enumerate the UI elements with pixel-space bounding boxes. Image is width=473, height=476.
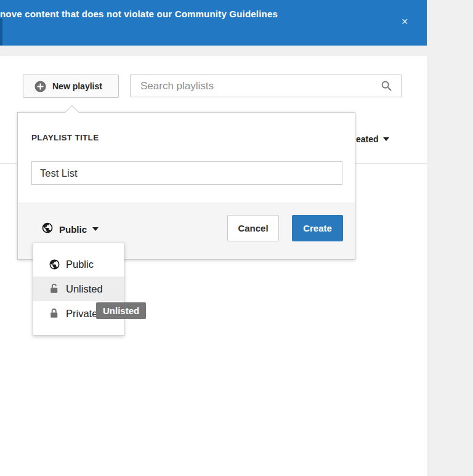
playlist-title-label: PLAYLIST TITLE [31,133,99,142]
create-button[interactable]: Create [292,215,343,241]
lock-icon [49,308,60,319]
playlists-page: nove content that does not violate our C… [0,0,473,476]
playlist-title-input[interactable] [31,161,342,185]
notification-banner: nove content that does not violate our C… [0,0,427,46]
sort-label: eated [356,134,379,144]
banner-message: nove content that does not violate our C… [0,9,278,19]
search-icon[interactable] [375,79,401,93]
menu-item-label: Unlisted [66,283,103,295]
privacy-selected-label: Public [59,224,87,235]
chevron-down-icon [383,137,389,141]
banner-edge-stripe [0,18,2,46]
new-playlist-dialog: PLAYLIST TITLE Public Cancel Create [17,112,355,260]
cancel-button[interactable]: Cancel [227,215,279,241]
lock-open-icon [49,283,60,294]
menu-item-unlisted[interactable]: Unlisted [33,276,124,301]
sort-dropdown[interactable]: eated [356,134,389,144]
new-playlist-label: New playlist [52,81,102,91]
search-input[interactable] [131,80,375,92]
chevron-down-icon [92,227,99,231]
plus-icon [34,81,46,92]
search-box [130,75,402,97]
unlisted-tooltip: Unlisted [96,302,146,319]
close-icon[interactable]: ✕ [398,15,411,28]
globe-icon [49,259,60,270]
new-playlist-button[interactable]: New playlist [23,75,119,98]
menu-item-label: Public [66,259,94,270]
globe-icon [41,222,54,236]
menu-item-public[interactable]: Public [33,252,124,276]
menu-item-label: Private [66,308,97,320]
privacy-dropdown[interactable]: Public [41,220,99,238]
privacy-menu: Public Unlisted Private [33,243,124,336]
